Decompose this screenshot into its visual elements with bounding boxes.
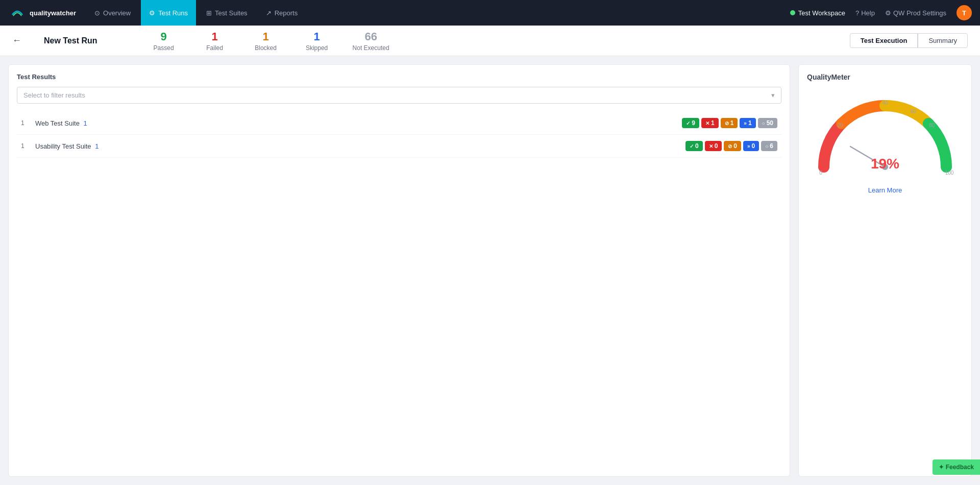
page-header: ← New Test Run 9 Passed 1 Failed 1 Block… [0, 26, 980, 56]
page-title: New Test Run [44, 36, 97, 45]
navbar: qualitywatcher ⊙ Overview ⚙ Test Runs ⊞ … [0, 0, 980, 26]
workspace-label: Test Workspace [798, 9, 845, 17]
badge-failed-2: ✕ 0 [705, 141, 722, 151]
stat-blocked-label: Blocked [255, 44, 277, 52]
nav-overview[interactable]: ⊙ Overview [86, 0, 139, 26]
circle-icon: ○ [762, 120, 765, 126]
settings-button[interactable]: ⚙ QW Prod Settings [885, 9, 946, 17]
filter-select[interactable]: Select to filter results ▾ [17, 87, 781, 104]
gear-icon: ⚙ [885, 9, 891, 17]
suite-row-2: 1 Usability Test Suite 1 ✓ 0 ✕ 0 ⊘ 0 » 0 [17, 135, 781, 158]
badge-notexec-1: ○ 50 [758, 118, 777, 128]
check-icon: ✓ [686, 120, 690, 126]
stat-skipped-value: 1 [313, 30, 320, 43]
nav-test-runs[interactable]: ⚙ Test Runs [141, 0, 196, 26]
badge-passed-1: ✓ 9 [682, 118, 699, 128]
filter-placeholder: Select to filter results [23, 91, 85, 99]
user-avatar[interactable]: T [957, 5, 972, 20]
badge-passed-2: ✓ 0 [685, 141, 703, 151]
workspace-status-dot [790, 10, 795, 15]
back-button[interactable]: ← [12, 35, 21, 46]
suite-badges-1: ✓ 9 ✕ 1 ⊘ 1 » 1 ○ 50 [682, 118, 777, 128]
badge-skipped-2: » 0 [743, 141, 759, 151]
x-icon-2: ✕ [709, 143, 713, 149]
suite-index-1: 1 [21, 119, 29, 127]
chevron-down-icon: ▾ [771, 91, 775, 99]
help-button[interactable]: ? Help [855, 9, 875, 17]
brand-logo-icon [8, 4, 27, 22]
stat-failed-value: 1 [211, 30, 217, 43]
nav-reports[interactable]: ↗ Reports [258, 0, 306, 26]
chart-icon: ↗ [266, 9, 272, 17]
play-icon: ⚙ [149, 9, 155, 17]
header-tabs: Test Execution Summary [850, 33, 968, 48]
stat-failed-label: Failed [206, 44, 223, 52]
suite-name-2[interactable]: Usability Test Suite 1 [35, 142, 679, 150]
suite-name-1[interactable]: Web Test Suite 1 [35, 119, 676, 127]
brand-name: qualitywatcher [30, 9, 76, 17]
main-content: Test Results Select to filter results ▾ … [0, 56, 980, 485]
stat-blocked-value: 1 [262, 30, 268, 43]
svg-text:40: 40 [882, 100, 888, 106]
workspace-indicator: Test Workspace [790, 9, 845, 17]
block-icon: ⊘ [725, 120, 729, 126]
badge-failed-1: ✕ 1 [701, 118, 719, 128]
tab-test-execution[interactable]: Test Execution [850, 33, 918, 48]
stat-not-executed: 66 Not Executed [353, 30, 389, 52]
learn-more-link[interactable]: Learn More [868, 186, 902, 194]
feedback-button[interactable]: ✦ Feedback [933, 459, 980, 475]
badge-skipped-1: » 1 [740, 118, 755, 128]
suite-badges-2: ✓ 0 ✕ 0 ⊘ 0 » 0 ○ 6 [685, 141, 777, 151]
suite-row-1: 1 Web Test Suite 1 ✓ 9 ✕ 1 ⊘ 1 » 1 ○ 50 [17, 112, 781, 135]
left-panel: Test Results Select to filter results ▾ … [8, 64, 790, 477]
stat-passed-label: Passed [154, 44, 174, 52]
nav-test-suites[interactable]: ⊞ Test Suites [198, 0, 256, 26]
quality-meter-title: QualityMeter [807, 73, 850, 81]
gauge-percent: 19% [871, 156, 899, 172]
skip-icon: » [744, 120, 747, 126]
brand-logo-container: qualitywatcher [8, 4, 76, 22]
stat-failed: 1 Failed [200, 30, 230, 52]
stat-not-executed-value: 66 [364, 30, 377, 43]
navbar-right: Test Workspace ? Help ⚙ QW Prod Settings… [790, 5, 972, 20]
stat-blocked: 1 Blocked [251, 30, 281, 52]
right-panel: QualityMeter 0 20 40 60 80 [798, 64, 972, 477]
block-icon-2: ⊘ [728, 143, 732, 149]
badge-blocked-2: ⊘ 0 [724, 141, 741, 151]
stat-passed-value: 9 [160, 30, 166, 43]
badge-notexec-2: ○ 6 [761, 141, 777, 151]
home-icon: ⊙ [94, 9, 100, 17]
svg-text:20: 20 [837, 123, 843, 128]
svg-text:80: 80 [929, 123, 935, 128]
svg-text:60: 60 [910, 109, 916, 114]
stat-skipped: 1 Skipped [302, 30, 332, 52]
circle-icon-2: ○ [765, 143, 768, 149]
x-icon: ✕ [705, 120, 709, 126]
test-results-title: Test Results [17, 73, 781, 81]
help-icon: ? [855, 9, 859, 17]
suite-index-2: 1 [21, 142, 29, 150]
tab-summary[interactable]: Summary [918, 33, 968, 48]
check-icon-2: ✓ [690, 143, 694, 149]
svg-text:100: 100 [945, 170, 954, 176]
badge-blocked-1: ⊘ 1 [721, 118, 738, 128]
stat-not-executed-label: Not Executed [353, 44, 389, 52]
skip-icon-2: » [747, 143, 750, 149]
svg-text:0: 0 [819, 170, 822, 176]
grid-icon: ⊞ [206, 9, 212, 17]
stat-passed: 9 Passed [149, 30, 179, 52]
gauge-container: 0 20 40 60 80 100 19% [814, 95, 957, 177]
stats-row: 9 Passed 1 Failed 1 Blocked 1 Skipped 66… [149, 30, 389, 52]
stat-skipped-label: Skipped [306, 44, 328, 52]
